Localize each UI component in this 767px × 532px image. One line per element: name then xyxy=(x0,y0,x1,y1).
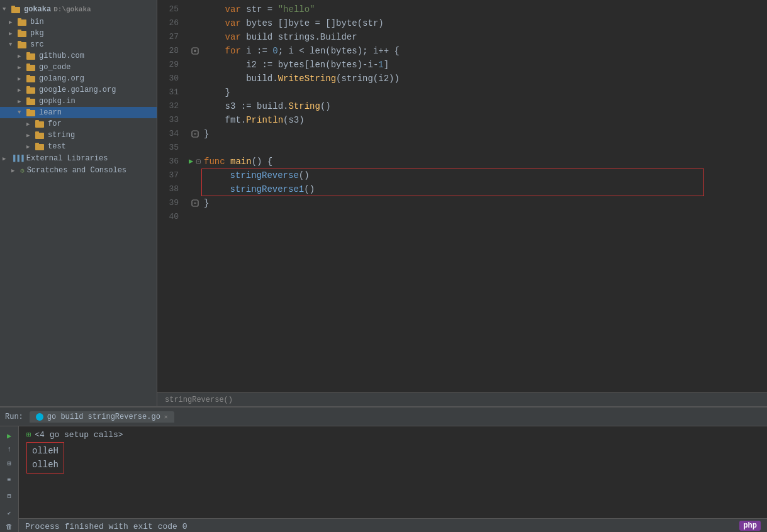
sidebar-item-gopkg[interactable]: ▶ gopkg.in xyxy=(0,96,157,107)
extlibs-icon: ▐▐▐ xyxy=(11,155,24,162)
gopkg-label: gopkg.in xyxy=(39,97,76,106)
github-folder-icon xyxy=(26,52,36,60)
github-label: github.com xyxy=(39,52,84,60)
line-num-26: 26 xyxy=(157,16,189,30)
code-line-35: 35 xyxy=(157,141,767,155)
sidebar-item-string[interactable]: ▶ string xyxy=(0,130,157,141)
svg-rect-5 xyxy=(18,30,21,32)
golang-folder-icon xyxy=(26,75,36,82)
svg-rect-23 xyxy=(35,131,39,134)
line-content-37: stringReverse() xyxy=(201,169,767,182)
extlibs-arrow: ▶ xyxy=(3,155,11,162)
setup-expand-icon[interactable]: ⊞ xyxy=(26,430,31,440)
line-num-27: 27 xyxy=(157,30,189,44)
gopkg-arrow: ▶ xyxy=(18,98,26,105)
sidebar-item-scratches[interactable]: ▶ ⚙ Scratches and Consoles xyxy=(0,165,157,176)
line-content-39: } xyxy=(201,196,767,210)
pkg-arrow: ▶ xyxy=(9,30,18,37)
pkg-folder-icon xyxy=(18,30,28,37)
src-folder-icon xyxy=(18,41,28,48)
sidebar-item-google-golang[interactable]: ▶ google.golang.org xyxy=(0,84,157,96)
string-label: string xyxy=(48,131,75,140)
project-sidebar: ▼ gokaka D:\gokaka ▶ bin ▶ pkg ▼ xyxy=(0,0,157,406)
code-line-38: 38 stringReverse1() xyxy=(157,182,767,196)
code-line-33: 33 fmt.Println(s3) xyxy=(157,113,767,127)
learn-arrow: ▼ xyxy=(18,109,26,116)
sidebar-item-pkg[interactable]: ▶ pkg xyxy=(0,28,157,39)
code-line-40: 40 xyxy=(157,210,767,224)
test-folder-icon xyxy=(35,143,45,150)
bin-folder-icon xyxy=(18,18,28,26)
run-up-button[interactable]: ↑ xyxy=(4,444,15,455)
svg-rect-1 xyxy=(11,6,15,8)
bin-label: bin xyxy=(30,18,44,26)
for-label: for xyxy=(48,119,62,128)
for-arrow: ▶ xyxy=(26,121,35,128)
sidebar-item-external-libs[interactable]: ▶ ▐▐▐ External Libraries xyxy=(0,152,157,165)
svg-rect-25 xyxy=(35,143,39,145)
line-num-36: 36 xyxy=(157,155,189,169)
run-trash-button[interactable]: 🗑 xyxy=(4,521,15,532)
project-folder-icon xyxy=(11,6,21,13)
test-arrow: ▶ xyxy=(26,143,35,150)
code-line-27: 27 var build strings.Builder xyxy=(157,30,767,44)
line-content-36: func main() { xyxy=(201,155,767,169)
run-lines-button[interactable]: ≡ xyxy=(4,474,15,485)
code-line-32: 32 s3 := build.String() xyxy=(157,99,767,113)
gutter-28 xyxy=(189,47,201,55)
line-num-33: 33 xyxy=(157,113,189,127)
main-layout: ▼ gokaka D:\gokaka ▶ bin ▶ pkg ▼ xyxy=(0,0,767,406)
run-tab[interactable]: go build stringReverse.go ✕ xyxy=(30,411,174,423)
project-root[interactable]: ▼ gokaka D:\gokaka xyxy=(0,3,157,16)
process-finished-text: Process finished with exit code 0 xyxy=(25,522,187,531)
scratches-label: Scratches and Consoles xyxy=(27,166,126,175)
run-tab-close[interactable]: ✕ xyxy=(164,413,168,421)
sidebar-item-golang[interactable]: ▶ golang.org xyxy=(0,73,157,84)
svg-rect-19 xyxy=(26,109,30,111)
line-num-37: 37 xyxy=(157,169,189,182)
code-line-30: 30 build.WriteString(string(i2)) xyxy=(157,72,767,86)
line-content-26: var bytes []byte = []byte(str) xyxy=(201,16,767,30)
run-expand-button[interactable]: ⊞ xyxy=(4,458,15,469)
src-label: src xyxy=(30,40,44,49)
sidebar-item-test[interactable]: ▶ test xyxy=(0,141,157,152)
setup-text: <4 go setup calls> xyxy=(35,430,123,440)
sidebar-item-learn[interactable]: ▼ learn xyxy=(0,107,157,118)
line-num-31: 31 xyxy=(157,86,189,99)
svg-rect-3 xyxy=(18,18,21,21)
line-content-27: var build strings.Builder xyxy=(201,30,767,44)
sidebar-item-for[interactable]: ▶ for xyxy=(0,118,157,130)
svg-rect-15 xyxy=(26,86,30,89)
sidebar-item-github[interactable]: ▶ github.com xyxy=(0,50,157,62)
googlegolang-label: google.golang.org xyxy=(39,86,116,94)
go-tab-icon xyxy=(36,413,43,421)
gocode-arrow: ▶ xyxy=(18,64,26,71)
line-num-38: 38 xyxy=(157,182,189,196)
run-setup-line: ⊞ <4 go setup calls> xyxy=(26,429,759,441)
sidebar-item-go-code[interactable]: ▶ go_code xyxy=(0,62,157,73)
gutter-36[interactable]: ▶ xyxy=(189,155,201,169)
code-line-39: 39 } xyxy=(157,196,767,210)
string-arrow: ▶ xyxy=(26,132,35,139)
run-filter-button[interactable]: ⊟ xyxy=(4,490,15,502)
output-text-1: olleH xyxy=(32,446,59,456)
run-content: ▶ ↑ ⊞ ≡ ⊟ ↙ 🗑 ⊞ <4 go setup calls> olleH xyxy=(0,426,767,532)
code-container[interactable]: 25 var str = "hello" 26 var bytes []byte… xyxy=(157,0,767,392)
project-name: gokaka xyxy=(24,5,51,14)
gocode-label: go_code xyxy=(39,63,70,72)
run-wrap-button[interactable]: ↙ xyxy=(4,507,15,518)
run-play-button[interactable]: ▶ xyxy=(4,430,15,441)
line-num-35: 35 xyxy=(157,141,189,155)
line-content-28: for i := 0; i < len(bytes); i++ { xyxy=(201,44,767,58)
line-content-25: var str = "hello" xyxy=(201,3,767,16)
src-arrow: ▼ xyxy=(9,42,18,48)
for-folder-icon xyxy=(35,120,45,128)
gutter-39 xyxy=(189,199,201,208)
scratch-icon: ⚙ xyxy=(20,167,25,175)
run-tab-label: go build stringReverse.go xyxy=(47,413,160,421)
sidebar-item-src[interactable]: ▼ src xyxy=(0,39,157,50)
line-num-28: 28 xyxy=(157,44,189,58)
run-arrow-icon[interactable]: ▶ xyxy=(189,155,193,169)
gopkg-folder-icon xyxy=(26,97,36,105)
sidebar-item-bin[interactable]: ▶ bin xyxy=(0,16,157,28)
